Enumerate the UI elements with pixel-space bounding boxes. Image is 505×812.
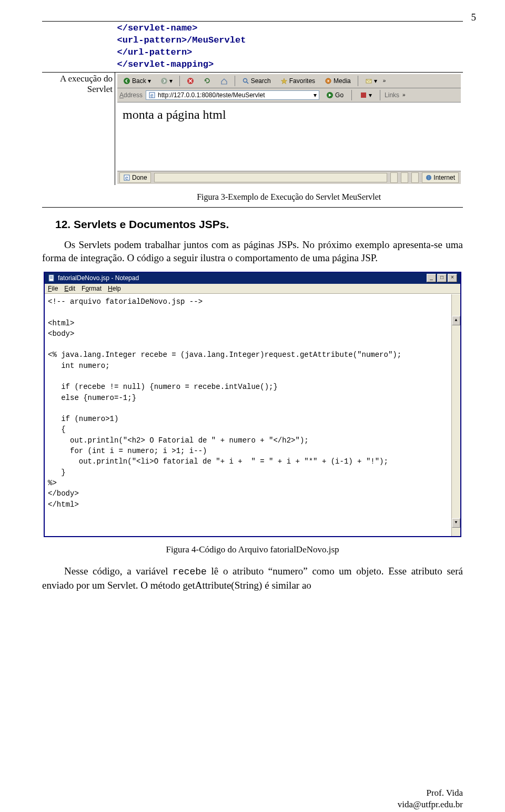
browser-content: monta a página html (117, 102, 461, 171)
browser-toolbar: Back ▾ ▾ Search Favorites Media (117, 74, 461, 88)
svg-rect-11 (361, 92, 366, 98)
address-bar: AAddressddress e http://127.0.0.1:8080/t… (117, 88, 461, 102)
notepad-body[interactable]: <!-- arquivo fatorialDeNovo.jsp --> <htm… (45, 294, 460, 537)
scroll-up-icon[interactable]: ▲ (452, 316, 460, 325)
address-label: AAddressddress (119, 91, 143, 99)
status-done: eDone (119, 172, 151, 183)
svg-point-3 (243, 78, 247, 82)
svg-text:e: e (125, 175, 128, 181)
svg-point-6 (328, 80, 329, 81)
go-button[interactable]: Go (322, 90, 347, 100)
refresh-button[interactable] (200, 76, 215, 86)
figure3-caption: Figura 3-Exemplo de Execução do Servlet … (115, 185, 463, 208)
scrollbar[interactable]: ▲ ▼ (451, 294, 460, 537)
stop-button[interactable] (183, 76, 198, 86)
search-button[interactable]: Search (238, 76, 275, 86)
menu-edit[interactable]: Edit (64, 285, 75, 292)
notepad-menu[interactable]: File Edit Format Help (45, 284, 460, 294)
back-button[interactable]: Back ▾ (119, 76, 155, 86)
links-label[interactable]: Links (385, 91, 399, 99)
home-button[interactable] (217, 76, 231, 86)
footer: Prof. Vida vida@utfpr.edu.br (398, 787, 463, 810)
servlet-mapping-code: </servlet-name> <url-pattern>/MeuServlet… (115, 22, 463, 73)
svg-text:e: e (150, 92, 154, 98)
notepad-icon (48, 274, 55, 282)
paragraph-1: Os Servlets podem trabalhar juntos com a… (42, 238, 463, 264)
menu-format[interactable]: Format (82, 285, 102, 292)
mail-button[interactable]: ▾ (361, 76, 381, 86)
minimize-button[interactable]: _ (427, 274, 436, 282)
forward-button[interactable]: ▾ (157, 76, 176, 86)
figure4-caption: Figura 4-Código do Arquivo fatorialDeNov… (42, 544, 463, 555)
layout-table: </servlet-name> <url-pattern>/MeuServlet… (42, 21, 463, 208)
code-inline-recebe: recebe (173, 567, 207, 577)
scroll-down-icon[interactable]: ▼ (452, 518, 460, 528)
notepad-titlebar: fatorialDeNovo.jsp - Notepad _ □ × (45, 272, 460, 284)
svg-point-1 (161, 78, 167, 84)
close-button[interactable]: × (448, 274, 457, 282)
browser-window: Back ▾ ▾ Search Favorites Media (117, 74, 461, 184)
section-heading: 12. Servlets e Documentos JSPs. (55, 218, 463, 231)
favorites-button[interactable]: Favorites (277, 76, 319, 86)
notepad-window: fatorialDeNovo.jsp - Notepad _ □ × File … (44, 272, 461, 538)
status-zone: Internet (422, 172, 459, 183)
svg-line-4 (247, 82, 248, 84)
maximize-button[interactable]: □ (437, 274, 447, 282)
execution-label: A execução doServlet (42, 72, 115, 185)
svg-rect-15 (49, 275, 54, 281)
paragraph-2: Nesse código, a variável recebe lê o atr… (42, 564, 463, 592)
svg-point-0 (124, 78, 130, 84)
page-number: 5 (471, 12, 477, 23)
media-button[interactable]: Media (321, 76, 355, 86)
menu-file[interactable]: File (48, 285, 58, 292)
address-input[interactable]: e http://127.0.0.1:8080/teste/MeuServlet… (146, 90, 319, 100)
status-bar: eDone Internet (117, 171, 461, 184)
pdf-button[interactable]: ▾ (356, 90, 376, 100)
menu-help[interactable]: Help (108, 285, 121, 292)
